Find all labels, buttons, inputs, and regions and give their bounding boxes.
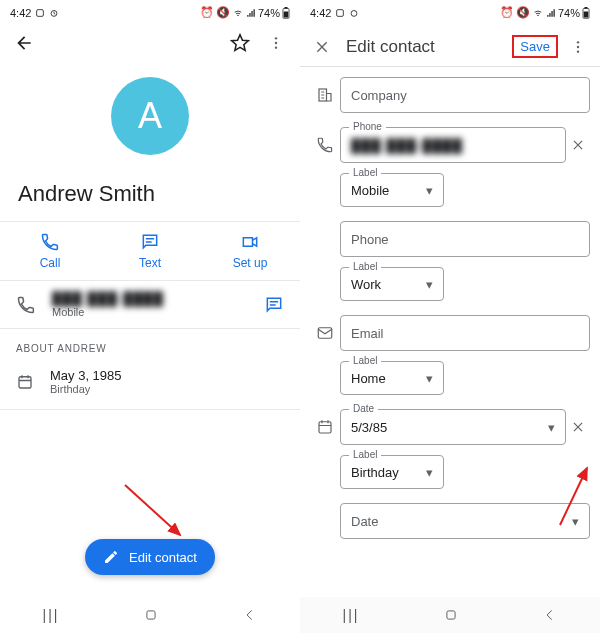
nav-recent-2[interactable]: |||: [343, 607, 360, 623]
avatar: A: [111, 77, 189, 155]
svg-point-5: [275, 37, 277, 39]
nav-recent[interactable]: |||: [43, 607, 60, 623]
svg-point-12: [352, 10, 358, 16]
birthday-label: Birthday: [50, 383, 122, 395]
nav-home[interactable]: [144, 608, 158, 622]
edit-form: Company Phone ███ ███-████ Label: [300, 67, 600, 607]
company-icon: [310, 86, 340, 104]
wifi-icon-2: [532, 8, 544, 18]
edit-contact-fab[interactable]: Edit contact: [85, 539, 215, 575]
svg-rect-4: [284, 11, 289, 17]
phone1-label-legend: Label: [349, 167, 381, 178]
calendar-icon: [16, 373, 34, 391]
email-ph: Email: [351, 326, 579, 341]
date1-input[interactable]: Date 5/3/85 ▾: [340, 409, 566, 445]
phone2-label-legend: Label: [349, 261, 381, 272]
chevron-down-icon: ▾: [426, 183, 433, 198]
chevron-down-icon-5: ▾: [426, 465, 433, 480]
status-battery-2: 74%: [558, 7, 580, 19]
alarm-icon-3: [349, 8, 359, 18]
phone1-label-dropdown[interactable]: Label Mobile ▾: [340, 173, 444, 207]
svg-rect-10: [147, 611, 155, 619]
phone1-clear-icon[interactable]: [566, 138, 590, 152]
svg-rect-14: [585, 7, 588, 9]
text-label: Text: [139, 256, 161, 270]
status-time-2: 4:42: [310, 7, 331, 19]
company-ph: Company: [351, 88, 579, 103]
setup-action[interactable]: Set up: [200, 222, 300, 280]
chevron-down-icon-6: ▾: [572, 514, 579, 529]
email-label-value: Home: [351, 371, 426, 386]
nav-bar: |||: [0, 597, 300, 633]
svg-rect-20: [318, 328, 332, 339]
edit-contact-screen: 4:42 ⏰ 🔇 74%: [300, 0, 600, 633]
alarm-icon-2: ⏰: [200, 6, 214, 19]
alarm-icon-4: ⏰: [500, 6, 514, 19]
date-clear-icon[interactable]: [566, 420, 590, 434]
nav-back-2[interactable]: [543, 608, 557, 622]
email-label-dropdown[interactable]: Label Home ▾: [340, 361, 444, 395]
svg-point-16: [577, 41, 579, 43]
email-label-legend: Label: [349, 355, 381, 366]
signal-icon-2: [546, 8, 556, 18]
date2-input[interactable]: Date ▾: [340, 503, 590, 539]
phone-row[interactable]: ███ ███-████ Mobile: [0, 281, 300, 329]
birthday-date: May 3, 1985: [50, 368, 122, 383]
close-icon[interactable]: [312, 37, 332, 57]
save-button[interactable]: Save: [512, 35, 558, 58]
phone1-input[interactable]: Phone ███ ███-████: [340, 127, 566, 163]
mute-icon-2: 🔇: [516, 6, 530, 19]
edit-app-bar: Edit contact Save: [300, 25, 600, 67]
svg-point-17: [577, 45, 579, 47]
svg-rect-11: [337, 9, 344, 16]
phone-label: Mobile: [52, 306, 164, 318]
phone2-input[interactable]: Phone: [340, 221, 590, 257]
battery-icon-2: [582, 7, 590, 19]
phone1-legend: Phone: [349, 121, 386, 132]
phone-number: ███ ███-████: [52, 291, 164, 306]
phone-icon-2: [310, 136, 340, 154]
setup-label: Set up: [233, 256, 268, 270]
date1-value: 5/3/85: [351, 420, 548, 435]
action-bar: Call Text Set up: [0, 221, 300, 281]
pencil-icon: [103, 549, 119, 565]
email-input[interactable]: Email: [340, 315, 590, 351]
back-icon[interactable]: [14, 33, 34, 53]
phone-icon: [16, 295, 36, 315]
chevron-down-icon-2: ▾: [426, 277, 433, 292]
more-icon[interactable]: [266, 33, 286, 53]
alarm-icon: [49, 8, 59, 18]
nav-back[interactable]: [243, 608, 257, 622]
message-icon[interactable]: [264, 295, 284, 315]
svg-rect-3: [285, 7, 288, 9]
star-icon[interactable]: [230, 33, 250, 53]
call-action[interactable]: Call: [0, 222, 100, 280]
email-icon: [310, 324, 340, 342]
status-bar-2: 4:42 ⏰ 🔇 74%: [300, 0, 600, 25]
text-action[interactable]: Text: [100, 222, 200, 280]
chevron-down-icon-4: ▾: [548, 420, 555, 435]
fab-label: Edit contact: [129, 550, 197, 565]
svg-line-9: [125, 485, 180, 535]
status-time: 4:42: [10, 7, 31, 19]
phone2-label-value: Work: [351, 277, 426, 292]
phone2-ph: Phone: [351, 232, 579, 247]
nav-home-2[interactable]: [444, 608, 458, 622]
svg-rect-15: [584, 11, 589, 17]
svg-point-7: [275, 46, 277, 48]
call-label: Call: [40, 256, 61, 270]
date1-label-dropdown[interactable]: Label Birthday ▾: [340, 455, 444, 489]
svg-rect-0: [37, 9, 44, 16]
wifi-icon: [232, 8, 244, 18]
date2-ph: Date: [351, 514, 572, 529]
company-input[interactable]: Company: [340, 77, 590, 113]
svg-point-6: [275, 42, 277, 44]
view-app-bar: [0, 25, 300, 61]
more-icon-2[interactable]: [568, 37, 588, 57]
birthday-row[interactable]: May 3, 1985 Birthday: [0, 360, 300, 410]
phone2-label-dropdown[interactable]: Label Work ▾: [340, 267, 444, 301]
phone1-label-value: Mobile: [351, 183, 426, 198]
about-heading: ABOUT ANDREW: [0, 329, 300, 360]
svg-rect-8: [19, 376, 31, 387]
date1-label-value: Birthday: [351, 465, 426, 480]
